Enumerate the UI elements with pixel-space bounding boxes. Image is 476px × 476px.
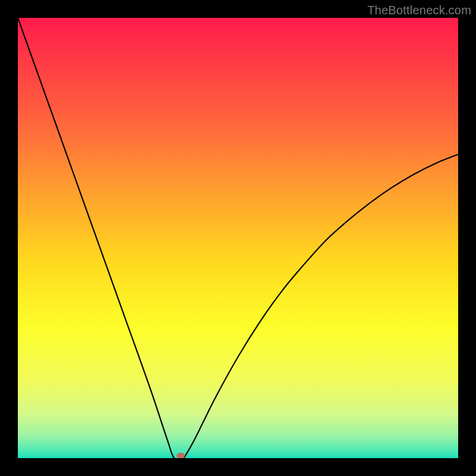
chart-frame: TheBottleneck.com	[0, 0, 476, 476]
watermark-text: TheBottleneck.com	[367, 4, 471, 17]
gradient-background	[18, 18, 458, 458]
plot-area	[18, 18, 458, 458]
bottleneck-curve-chart	[18, 18, 458, 458]
